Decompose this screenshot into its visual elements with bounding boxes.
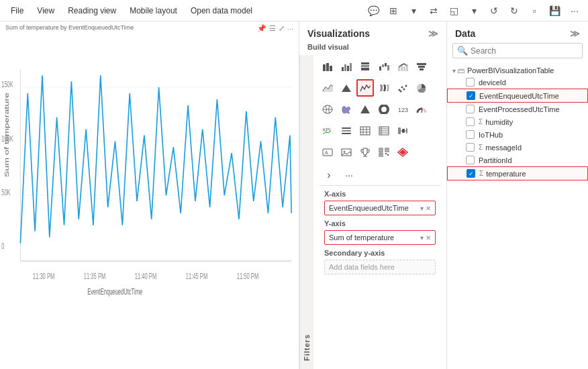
svg-text:11:30 PM: 11:30 PM (33, 272, 54, 280)
viz-subtitle: Build visual (299, 42, 446, 55)
svg-text:A: A (325, 150, 328, 155)
kpi-icon[interactable]: KPI (319, 122, 336, 140)
yaxis-close-icon[interactable]: ✕ (426, 234, 431, 242)
field-messageId[interactable]: Σ messageId (447, 141, 588, 154)
field-PartitionId[interactable]: PartitionId (447, 154, 588, 166)
pie-chart-icon[interactable] (413, 79, 430, 97)
data-expand-icon[interactable]: ≫ (570, 28, 580, 39)
donut-icon[interactable] (375, 101, 393, 118)
menu-mobile-layout[interactable]: Mobile layout (124, 3, 183, 18)
map-icon[interactable] (319, 101, 336, 118)
window-icon[interactable]: ◱ (446, 3, 462, 19)
undo-icon[interactable]: ↺ (486, 3, 502, 19)
save-icon[interactable]: 💾 (546, 3, 562, 19)
svg-rect-81 (381, 154, 382, 156)
mountain-icon[interactable] (338, 79, 355, 97)
swap-icon[interactable]: ⇄ (426, 3, 442, 19)
svg-rect-21 (347, 66, 349, 71)
square-icon[interactable]: ▫ (526, 3, 542, 19)
menu-file[interactable]: File (5, 3, 29, 18)
filled-map-icon[interactable] (338, 101, 355, 118)
field-EventEnqueuedUtcTime[interactable]: ✓ EventEnqueuedUtcTime (447, 89, 588, 103)
search-icon: 🔍 (457, 46, 468, 56)
field-EventProcessedUtcTime[interactable]: EventProcessedUtcTime (447, 103, 588, 115)
field-messageId-checkbox[interactable] (466, 143, 475, 152)
123-icon[interactable]: 123 (394, 101, 411, 118)
gauge-icon[interactable] (413, 101, 430, 118)
pin-icon[interactable]: 📌 (257, 24, 266, 33)
arrow-icon[interactable] (356, 101, 374, 118)
table-icon[interactable] (356, 122, 374, 140)
expand-chart-icon[interactable]: ⤢ (279, 24, 285, 33)
chevron-more-icon[interactable]: › (320, 166, 338, 184)
menu-view[interactable]: View (32, 3, 60, 18)
field-humidity-label: humidity (485, 118, 513, 126)
scatter-icon[interactable] (394, 79, 411, 97)
stacked-col-icon[interactable] (356, 58, 374, 75)
viz-expand-icon[interactable]: ≫ (428, 28, 438, 39)
textbox-icon[interactable]: A (319, 144, 336, 161)
xaxis-chevron-icon[interactable]: ▾ (420, 205, 424, 212)
data-search-box[interactable]: 🔍 (452, 43, 583, 58)
stacked-bar-icon[interactable] (319, 58, 336, 75)
svg-text:11:40 PM: 11:40 PM (135, 272, 156, 280)
field-humidity[interactable]: Σ humidity (447, 115, 588, 128)
menu-reading-view[interactable]: Reading view (62, 3, 121, 18)
ellipsis-icon[interactable]: ··· (340, 166, 358, 184)
matrix-icon[interactable] (375, 122, 393, 140)
line-bar-icon[interactable] (394, 58, 411, 75)
field-IoTHub[interactable]: IoTHub (447, 128, 588, 141)
redo-icon[interactable]: ↻ (506, 3, 522, 19)
field-PartitionId-checkbox[interactable] (466, 156, 475, 164)
more-icon[interactable]: ··· (567, 3, 583, 19)
field-deviceId-checkbox[interactable] (466, 78, 475, 87)
comment-icon[interactable]: 💬 (365, 3, 381, 19)
yaxis-chevron-icon[interactable]: ▾ (420, 234, 424, 242)
svg-rect-30 (398, 67, 400, 71)
more-chart-icon[interactable]: ··· (287, 25, 293, 33)
yaxis-field-box[interactable]: Sum of temperature ▾ ✕ (324, 230, 436, 245)
data-panel-header: Data ≫ (447, 21, 588, 43)
icon-grid-row5: A (319, 144, 441, 161)
svg-rect-65 (398, 127, 401, 134)
field-temperature-checkbox[interactable]: ✓ (467, 169, 475, 178)
clustered-bar-icon[interactable] (338, 58, 355, 75)
xaxis-close-icon[interactable]: ✕ (426, 205, 431, 212)
line-chart-icon[interactable] (356, 79, 374, 97)
viz-inner: Filters (299, 55, 446, 369)
flow-icon[interactable] (394, 122, 411, 140)
qrcode-icon[interactable] (375, 144, 393, 161)
image-icon[interactable] (338, 144, 355, 161)
field-temperature[interactable]: ✓ Σ temperature (447, 166, 588, 180)
filter-icon[interactable]: ☰ (269, 24, 276, 33)
field-humidity-checkbox[interactable] (466, 117, 475, 126)
viz-panel: Visualizations ≫ Build visual Filters (299, 21, 447, 369)
svg-point-48 (383, 108, 386, 111)
tree-root-table[interactable]: ▾ 🗃 PowerBIVisualizationTable (447, 65, 588, 76)
area-chart-icon[interactable] (319, 79, 336, 97)
chevron-icon[interactable]: ▾ (405, 3, 422, 19)
trophy-icon[interactable] (356, 144, 374, 161)
field-EventProcessedUtcTime-checkbox[interactable] (466, 105, 475, 113)
field-IoTHub-checkbox[interactable] (466, 130, 475, 139)
table-root-icon: 🗃 (457, 66, 464, 74)
svg-rect-52 (342, 127, 351, 129)
search-input[interactable] (471, 46, 578, 56)
menu-open-data-model[interactable]: Open data model (185, 3, 258, 18)
chart-area: Sum of temperature by EventEnqueuedUtcTi… (0, 21, 299, 369)
field-messageId-label: messageId (485, 144, 522, 152)
xaxis-field-box[interactable]: EventEnqueuedUtcTime ▾ ✕ (324, 201, 436, 215)
chevron2-icon[interactable]: ▾ (466, 3, 482, 19)
secondary-yaxis-placeholder[interactable]: Add data fields here (324, 260, 436, 274)
waterfall-icon[interactable] (375, 58, 393, 75)
icon-grid-row1 (319, 58, 441, 75)
diamond-icon[interactable] (394, 144, 411, 161)
field-deviceId[interactable]: deviceId (447, 76, 588, 89)
chart-title: Sum of temperature by EventEnqueuedUtcTi… (5, 24, 134, 31)
funnel-icon[interactable] (413, 58, 430, 75)
ribbon-icon[interactable] (375, 79, 393, 97)
grid-icon[interactable]: ⊞ (385, 3, 401, 19)
filters-tab[interactable]: Filters (299, 55, 313, 369)
slicer-icon[interactable] (338, 122, 355, 140)
field-EventEnqueuedUtcTime-checkbox[interactable]: ✓ (467, 91, 475, 100)
